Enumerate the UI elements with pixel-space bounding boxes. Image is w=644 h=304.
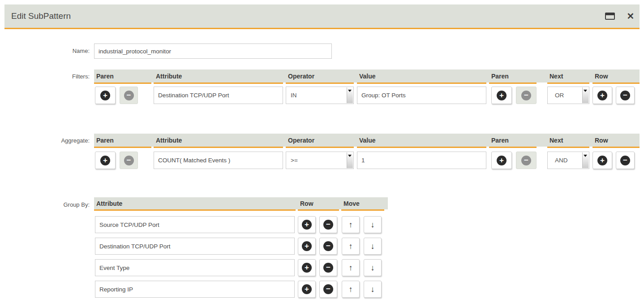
aggregate-header-attribute: Attribute	[154, 134, 283, 148]
filter-operator-value: IN	[286, 87, 347, 104]
dropdown-trigger[interactable]	[347, 152, 353, 168]
name-label: Name:	[18, 48, 90, 54]
group-by-header-row: Row	[298, 197, 339, 211]
aggregate-row-add-button[interactable]: +	[592, 152, 612, 169]
filters-header-paren-close: Paren	[489, 69, 537, 84]
plus-circle-icon: +	[302, 220, 312, 230]
group-by-row-remove-button[interactable]: −	[319, 216, 337, 233]
filters-header-next: Next	[547, 69, 589, 84]
filters-header-operator: Operator	[286, 69, 354, 84]
group-by-move-down-button[interactable]: ↓	[364, 259, 382, 276]
filters-header-value: Value	[357, 69, 486, 84]
dialog-titlebar: Edit SubPattern ✕	[4, 4, 640, 29]
plus-circle-icon: +	[100, 91, 110, 100]
aggregate-close-paren-add-button[interactable]: +	[491, 152, 512, 169]
group-by-attribute-input[interactable]	[95, 238, 295, 255]
group-by-row-add-button[interactable]: +	[298, 259, 316, 276]
caret-down-icon	[584, 90, 587, 92]
group-by-move-up-button[interactable]: ↑	[342, 238, 360, 255]
group-by-move-down-button[interactable]: ↓	[364, 238, 382, 255]
arrow-down-icon: ↓	[371, 264, 375, 272]
aggregate-next-value: AND	[548, 152, 583, 169]
aggregate-operator-select[interactable]: >=	[286, 152, 354, 169]
window-maximize-icon	[605, 13, 615, 20]
plus-circle-icon: +	[497, 91, 507, 100]
minus-circle-icon: −	[620, 91, 630, 100]
plus-circle-icon: +	[302, 241, 312, 251]
aggregate-header-row: Row	[592, 134, 640, 148]
filter-value-input[interactable]	[357, 87, 486, 104]
group-by-attribute-input[interactable]	[95, 216, 295, 233]
filters-header-row: Row	[592, 69, 640, 84]
filter-next-value: OR	[548, 87, 583, 104]
close-button[interactable]: ✕	[623, 4, 639, 28]
arrow-up-icon: ↑	[349, 242, 353, 250]
group-by-move-up-button[interactable]: ↑	[342, 216, 360, 233]
minus-circle-icon: −	[323, 263, 333, 273]
aggregate-header-value: Value	[357, 134, 486, 148]
plus-circle-icon: +	[497, 156, 507, 165]
filter-row-remove-button[interactable]: −	[616, 87, 635, 104]
close-icon: ✕	[627, 12, 635, 21]
aggregate-header-operator: Operator	[286, 134, 354, 148]
aggregate-header-paren: Paren	[94, 134, 151, 148]
group-by-row-remove-button[interactable]: −	[319, 238, 337, 255]
aggregate-open-paren-add-button[interactable]: +	[95, 152, 116, 169]
minus-circle-icon: −	[521, 91, 531, 100]
minus-circle-icon: −	[323, 284, 333, 294]
dropdown-trigger[interactable]	[582, 87, 588, 103]
dialog-title: Edit SubPattern	[11, 4, 71, 28]
arrow-up-icon: ↑	[349, 285, 353, 293]
aggregate-header-next: Next	[547, 134, 589, 148]
group-by-row-add-button[interactable]: +	[298, 281, 316, 298]
group-by-row-add-button[interactable]: +	[298, 238, 316, 255]
filter-row-add-button[interactable]: +	[592, 87, 612, 104]
plus-circle-icon: +	[100, 156, 110, 165]
filter-close-paren-add-button[interactable]: +	[491, 87, 512, 104]
minus-circle-icon: −	[124, 156, 134, 165]
group-by-row-add-button[interactable]: +	[298, 216, 316, 233]
plus-circle-icon: +	[302, 284, 312, 294]
group-by-row-remove-button[interactable]: −	[319, 281, 337, 298]
group-by-header-move: Move	[341, 197, 384, 211]
aggregate-value-input[interactable]	[357, 152, 486, 169]
group-by-move-up-button[interactable]: ↑	[342, 259, 360, 276]
filter-operator-select[interactable]: IN	[286, 87, 354, 104]
maximize-button[interactable]	[602, 4, 618, 28]
caret-down-icon	[348, 90, 352, 92]
group-by-move-down-button[interactable]: ↓	[364, 216, 382, 233]
minus-circle-icon: −	[323, 220, 333, 230]
aggregate-attribute-input[interactable]	[154, 152, 283, 169]
minus-circle-icon: −	[620, 156, 630, 165]
minus-circle-icon: −	[124, 91, 134, 100]
filter-close-paren-remove-button: −	[516, 87, 537, 104]
arrow-down-icon: ↓	[371, 221, 375, 229]
filter-open-paren-add-button[interactable]: +	[95, 87, 116, 104]
dropdown-trigger[interactable]	[582, 152, 588, 168]
arrow-up-icon: ↑	[349, 221, 353, 229]
filters-label: Filters:	[18, 73, 90, 80]
plus-circle-icon: +	[597, 156, 607, 165]
group-by-attribute-input[interactable]	[95, 259, 295, 276]
filter-next-select[interactable]: OR	[547, 87, 589, 104]
filters-header-attribute: Attribute	[154, 69, 283, 84]
filters-header-paren: Paren	[94, 69, 151, 84]
group-by-move-up-button[interactable]: ↑	[342, 281, 360, 298]
group-by-row-remove-button[interactable]: −	[319, 259, 337, 276]
filter-open-paren-remove-button: −	[120, 87, 138, 104]
edit-subpattern-dialog: Edit SubPattern ✕ Name: Filters: Paren A…	[0, 0, 644, 304]
filter-attribute-input[interactable]	[154, 87, 283, 104]
aggregate-close-paren-remove-button: −	[516, 152, 537, 169]
minus-circle-icon: −	[323, 241, 333, 251]
aggregate-label: Aggregate:	[18, 137, 90, 144]
arrow-up-icon: ↑	[349, 264, 353, 272]
group-by-header-attribute: Attribute	[94, 197, 296, 211]
aggregate-next-select[interactable]: AND	[547, 152, 589, 169]
group-by-move-down-button[interactable]: ↓	[364, 281, 382, 298]
caret-down-icon	[584, 155, 587, 157]
aggregate-open-paren-remove-button: −	[120, 152, 138, 169]
name-input[interactable]	[94, 43, 332, 59]
group-by-attribute-input[interactable]	[95, 281, 295, 298]
dropdown-trigger[interactable]	[347, 87, 353, 103]
aggregate-row-remove-button[interactable]: −	[616, 152, 635, 169]
